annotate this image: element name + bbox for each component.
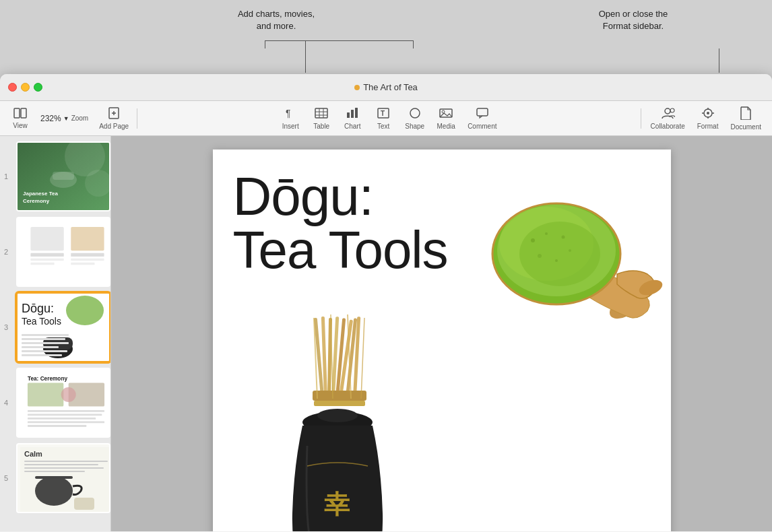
zoom-value: 232%: [40, 114, 61, 123]
svg-rect-70: [24, 464, 98, 465]
svg-rect-67: [35, 476, 73, 479]
title-dot: [354, 85, 360, 90]
svg-rect-96: [313, 391, 366, 401]
thumb-page1-bg: Japanese TeaCeremony: [18, 143, 109, 210]
shape-icon: [408, 107, 422, 121]
title-bar: The Art of Tea: [0, 74, 772, 101]
svg-text:¶: ¶: [286, 108, 291, 119]
svg-rect-97: [314, 401, 365, 406]
annotation-charts-right-tick: [413, 40, 414, 48]
page-num-2: 2: [4, 248, 8, 256]
page-thumb-4[interactable]: 4 Tea: Ceremony: [16, 368, 110, 438]
svg-point-21: [670, 108, 674, 112]
matcha-svg: [465, 156, 664, 328]
svg-point-20: [665, 108, 670, 114]
thumb-page4-bg: Tea: Ceremony: [18, 369, 109, 436]
zoom-window-button[interactable]: [34, 83, 42, 92]
svg-rect-60: [28, 414, 102, 416]
svg-rect-68: [74, 498, 94, 510]
svg-rect-36: [30, 259, 63, 261]
page-thumb-1-inner: Japanese TeaCeremony: [16, 141, 110, 211]
view-button[interactable]: View: [5, 105, 35, 132]
zoom-button[interactable]: 232% ▼ Zoom: [35, 111, 94, 126]
jar-photo: 幸: [213, 311, 469, 531]
view-icon: [13, 108, 27, 121]
svg-point-78: [519, 222, 600, 286]
text-button[interactable]: T Text: [368, 104, 398, 133]
page-thumb-1[interactable]: 1: [16, 141, 110, 211]
svg-text:T: T: [381, 110, 385, 117]
document-button[interactable]: Document: [725, 104, 767, 133]
table-icon: [315, 107, 328, 121]
comment-label: Comment: [468, 123, 496, 130]
page3-content: Dōgu: Tea Tools: [213, 149, 671, 531]
close-button[interactable]: [8, 83, 17, 92]
canvas-area[interactable]: Dōgu: Tea Tools: [111, 136, 772, 531]
thumb-page3-svg: Dōgu: Tea Tools: [18, 294, 109, 361]
page-thumb-2-inner: [16, 217, 110, 287]
comment-icon: [476, 107, 489, 121]
svg-rect-35: [30, 253, 63, 257]
toolbar: View 232% ▼ Zoom Add Page: [0, 101, 772, 136]
comment-button[interactable]: Comment: [462, 104, 502, 133]
svg-rect-61: [28, 418, 96, 420]
svg-rect-17: [440, 109, 452, 117]
view-label: View: [13, 122, 28, 129]
page-canvas: Dōgu: Tea Tools: [213, 149, 671, 531]
app-window: The Art of Tea View 232% ▼ Zoom: [0, 74, 772, 532]
page-thumb-2[interactable]: 2: [16, 217, 110, 287]
chart-button[interactable]: Chart: [337, 104, 367, 133]
main-area: 1: [0, 136, 772, 531]
svg-rect-56: [28, 383, 63, 407]
svg-rect-71: [24, 467, 104, 469]
svg-text:Tea: Ceremony: Tea: Ceremony: [28, 376, 68, 382]
format-label: Format: [697, 123, 719, 130]
insert-button[interactable]: ¶ Insert: [276, 104, 305, 133]
annotation-format: Open or close theFormat sidebar.: [566, 8, 701, 32]
page-num-4: 4: [4, 399, 8, 407]
add-page-label: Add Page: [99, 123, 129, 130]
page-thumb-5[interactable]: 5 Calm: [16, 443, 110, 513]
collaborate-button[interactable]: Collaborate: [645, 104, 690, 133]
thumb-page5-bg: Calm: [18, 444, 109, 512]
collaborate-icon: [660, 107, 675, 121]
svg-point-18: [442, 110, 445, 113]
jar-svg: 幸: [213, 311, 469, 531]
insert-label: Insert: [282, 123, 299, 130]
svg-rect-37: [30, 263, 54, 265]
toolbar-left: View 232% ▼ Zoom Add Page: [5, 104, 140, 133]
page-num-1: 1: [4, 172, 8, 180]
annotation-charts-line: [305, 40, 306, 73]
document-icon: [740, 106, 752, 122]
page-panel[interactable]: 1: [0, 136, 111, 531]
table-label: Table: [313, 123, 329, 130]
svg-rect-50: [22, 342, 69, 344]
svg-rect-62: [28, 422, 104, 424]
media-button[interactable]: Media: [431, 104, 461, 133]
format-button[interactable]: Format: [692, 104, 724, 133]
svg-rect-63: [28, 425, 86, 427]
svg-point-58: [61, 387, 76, 402]
table-button[interactable]: Table: [307, 104, 336, 133]
svg-point-103: [317, 409, 358, 422]
svg-rect-48: [22, 334, 69, 336]
add-page-button[interactable]: Add Page: [94, 104, 134, 133]
toolbar-sep-2: [641, 108, 641, 129]
shape-button[interactable]: Shape: [399, 104, 430, 133]
svg-rect-13: [355, 108, 358, 118]
text-label: Text: [377, 123, 389, 130]
svg-text:Tea Tools: Tea Tools: [22, 316, 61, 327]
text-icon: T: [377, 107, 390, 121]
page1-title: Japanese TeaCeremony: [23, 191, 58, 205]
collaborate-label: Collaborate: [651, 123, 685, 130]
thumb-page2-bg: [18, 218, 109, 286]
toolbar-center: ¶ Insert Table: [141, 104, 636, 133]
insert-icon: ¶: [284, 107, 296, 121]
page3-heading: Dōgu: Tea Tools: [233, 170, 448, 276]
minimize-button[interactable]: [21, 83, 30, 92]
page-thumb-3[interactable]: 3 Dōgu: Tea Tools: [16, 292, 110, 362]
annotation-charts-bracket: [265, 40, 413, 41]
svg-rect-59: [28, 410, 104, 412]
headline-line2: Tea Tools: [233, 224, 448, 276]
media-icon: [439, 107, 453, 121]
